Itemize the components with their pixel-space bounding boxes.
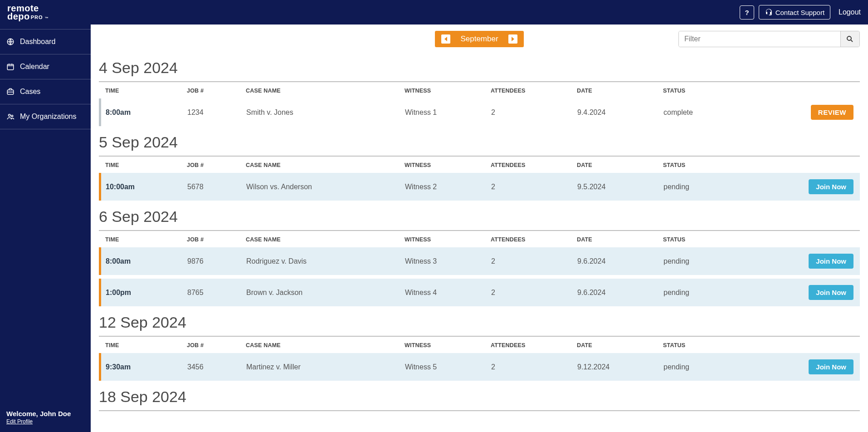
day-section: 6 Sep 2024TIMEJOB #CASE NAMEWITNESSATTEN… [99,205,860,306]
month-label: September [460,34,498,44]
col-header-witness: WITNESS [405,162,491,168]
column-headers: TIMEJOB #CASE NAMEWITNESSATTENDEESDATEST… [99,82,860,98]
headset-icon [765,8,773,16]
review-button[interactable]: REVIEW [811,105,853,120]
cell-attendees: 2 [491,183,577,191]
search-icon [846,35,854,43]
table-row: 9:30am3456Martinez v. MillerWitness 529.… [99,353,860,381]
cell-status: pending [663,289,750,297]
cell-date: 9.6.2024 [577,289,663,297]
col-header-date: DATE [577,236,663,243]
col-header-case: CASE NAME [246,342,405,349]
cell-case: Martinez v. Miller [246,363,405,371]
col-header-case: CASE NAME [246,236,405,243]
main-content: September 4 Sep 2024TIMEJOB #CASE NAMEWI… [91,25,868,432]
col-header-job: JOB # [187,88,246,94]
svg-point-4 [11,115,13,117]
cell-time: 10:00am [106,183,187,191]
filter-wrap [678,31,860,47]
cell-job: 3456 [187,363,246,371]
column-headers: TIMEJOB #CASE NAMEWITNESSATTENDEESDATEST… [99,231,860,247]
sidebar-item-orgs[interactable]: My Organizations [0,104,91,129]
cell-case: Brown v. Jackson [246,289,405,297]
row-action: Join Now [809,179,853,194]
join-now-button[interactable]: Join Now [809,359,853,374]
cell-job: 8765 [187,289,246,297]
col-header-status: STATUS [663,236,749,243]
prev-month-button[interactable] [441,34,450,44]
column-headers: TIMEJOB #CASE NAMEWITNESSATTENDEESDATEST… [99,337,860,353]
filter-input[interactable] [679,31,840,47]
col-header-witness: WITNESS [405,236,491,243]
table-row: 8:00am1234Smith v. JonesWitness 129.4.20… [99,98,860,126]
day-title: 5 Sep 2024 [99,131,860,157]
nav: Dashboard Calendar Cases My Organization… [0,25,91,129]
day-title: 4 Sep 2024 [99,56,860,82]
logout-link[interactable]: Logout [839,8,861,16]
toolbar: September [99,25,860,52]
sidebar-footer: Welcome, John Doe Edit Profile [0,404,91,432]
col-header-witness: WITNESS [405,88,491,94]
row-action: Join Now [809,254,853,269]
join-now-button[interactable]: Join Now [809,179,853,194]
cell-status: complete [663,108,750,117]
contact-support-label: Contact Support [775,9,824,16]
join-now-button[interactable]: Join Now [809,285,853,300]
col-header-witness: WITNESS [405,342,491,349]
cell-time: 1:00pm [106,289,187,297]
sidebar-item-dashboard[interactable]: Dashboard [0,29,91,54]
logo: remote depoPRO™ [7,4,49,20]
svg-point-5 [847,36,851,40]
help-button[interactable]: ? [740,5,754,20]
col-header-job: JOB # [187,236,246,243]
col-header-case: CASE NAME [246,88,405,94]
cell-job: 5678 [187,183,246,191]
cell-attendees: 2 [491,289,577,297]
edit-profile-link[interactable]: Edit Profile [6,418,33,425]
caret-left-icon [444,37,448,41]
next-month-button[interactable] [508,34,517,44]
column-headers: TIMEJOB #CASE NAMEWITNESSATTENDEESDATEST… [99,157,860,173]
cell-attendees: 2 [491,257,577,265]
cell-witness: Witness 1 [405,108,491,117]
cell-attendees: 2 [491,108,577,117]
logo-tm: ™ [45,17,49,20]
logo-line2: depo [7,12,30,20]
sidebar-item-calendar[interactable]: Calendar [0,54,91,79]
cell-witness: Witness 4 [405,289,491,297]
col-header-date: DATE [577,342,663,349]
contact-support-button[interactable]: Contact Support [759,5,830,20]
day-section: 4 Sep 2024TIMEJOB #CASE NAMEWITNESSATTEN… [99,56,860,126]
cell-status: pending [663,183,750,191]
col-header-status: STATUS [663,162,749,168]
sidebar-item-cases[interactable]: Cases [0,79,91,104]
cell-time: 8:00am [106,257,187,265]
caret-right-icon [511,37,515,41]
sidebar-item-label: Cases [20,88,40,96]
cell-witness: Witness 2 [405,183,491,191]
cell-date: 9.6.2024 [577,257,663,265]
sidebar-item-label: Dashboard [20,38,55,46]
row-action: Join Now [809,359,853,374]
col-header-date: DATE [577,88,663,94]
table-row: 1:00pm8765Brown v. JacksonWitness 429.6.… [99,279,860,306]
sidebar-item-label: Calendar [20,63,49,71]
col-header-case: CASE NAME [246,162,405,168]
users-icon [6,113,15,121]
row-action: Join Now [809,285,853,300]
col-header-date: DATE [577,162,663,168]
cell-case: Wilson vs. Anderson [246,183,405,191]
cell-case: Smith v. Jones [246,108,405,117]
col-header-status: STATUS [663,88,749,94]
globe-icon [6,38,15,46]
join-now-button[interactable]: Join Now [809,254,853,269]
cell-time: 9:30am [106,363,187,371]
sidebar-item-label: My Organizations [20,113,77,121]
col-header-time: TIME [105,236,187,243]
cell-case: Rodriguez v. Davis [246,257,405,265]
cell-status: pending [663,363,750,371]
day-section: 5 Sep 2024TIMEJOB #CASE NAMEWITNESSATTEN… [99,131,860,201]
calendar-icon [6,63,15,71]
filter-search-button[interactable] [840,31,859,47]
table-row: 10:00am5678Wilson vs. AndersonWitness 22… [99,173,860,201]
